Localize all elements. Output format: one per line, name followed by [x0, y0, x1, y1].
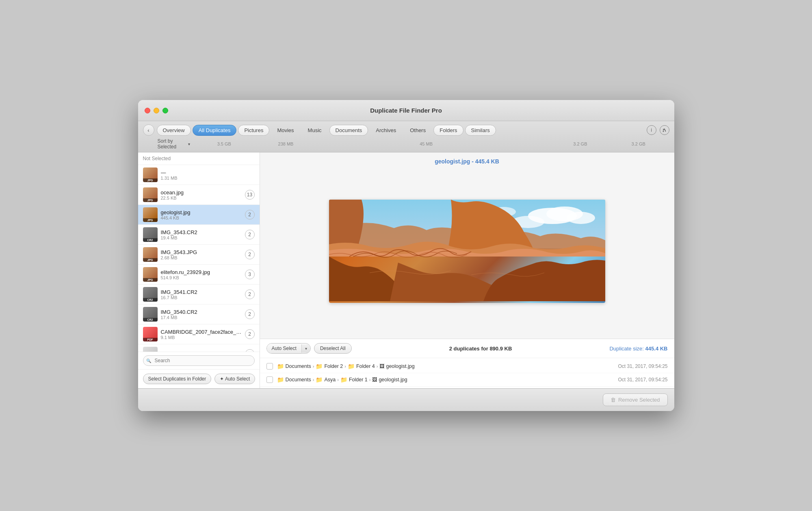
- file-size: 514.9 KB: [161, 275, 242, 280]
- list-item[interactable]: JPG ocean.jpg 22.5 KB 13: [138, 185, 260, 205]
- file-name: ocean.jpg: [161, 189, 242, 196]
- preview-image-area: [260, 169, 674, 339]
- bottom-bar: 🗑 Remove Selected: [138, 388, 674, 411]
- duplicate-badge: 13: [245, 190, 255, 200]
- duplicates-panel: Auto Select ▾ Deselect All 2 duplicates …: [260, 339, 674, 388]
- folder-icon: 📁: [340, 376, 347, 383]
- titlebar: Duplicate File Finder Pro: [138, 100, 674, 121]
- select-duplicates-in-folder-button[interactable]: Select Duplicates in Folder: [143, 374, 212, 384]
- file-info: — 1.31 MB: [161, 170, 255, 180]
- file-size: 19.4 MB: [161, 235, 242, 240]
- file-size: 445.4 KB: [161, 215, 242, 220]
- file-thumbnail: JPG: [143, 267, 158, 282]
- duplicate-row[interactable]: 📁 Documents › 📁 Folder 2 › 📁 Folder 4 › …: [260, 360, 674, 373]
- file-thumbnail: CR2: [143, 227, 158, 242]
- duplicate-size-info: Duplicate size: 445.4 KB: [609, 346, 667, 352]
- file-thumbnail: JPG: [143, 187, 158, 202]
- duplicate-checkbox[interactable]: [266, 376, 273, 383]
- list-item[interactable]: JPG — 1.31 MB: [138, 165, 260, 185]
- tab-music[interactable]: Music: [302, 125, 328, 136]
- auto-select-split-button[interactable]: Auto Select ▾: [266, 343, 311, 354]
- folder-icon: 📁: [316, 363, 323, 370]
- deselect-all-button[interactable]: Deselect All: [314, 343, 352, 354]
- size-similars: 3.2 GB: [608, 141, 669, 146]
- size-archives: [457, 141, 505, 146]
- list-item[interactable]: CR2 IMG_3543.CR2 19.4 MB 2: [138, 225, 260, 245]
- duplicate-date: Oct 31, 2017, 09:54:25: [618, 363, 667, 369]
- tab-archives[interactable]: Archives: [370, 125, 402, 136]
- tab-documents[interactable]: Documents: [329, 125, 368, 136]
- close-button[interactable]: [145, 108, 150, 113]
- folder-icon: 📁: [316, 376, 323, 383]
- path-segment: Documents: [286, 363, 311, 369]
- list-item[interactable]: PDF CAMBRIDGE_2007_face2face_UpperInt...…: [138, 324, 260, 344]
- list-item[interactable]: JPG elitefon.ru_23929.jpg 514.9 KB 3: [138, 265, 260, 285]
- sidebar-header: Not Selected: [138, 152, 260, 165]
- file-size: 1.31 MB: [161, 176, 255, 180]
- duplicate-badge: 2: [245, 329, 255, 339]
- preview-header: geologist.jpg - 445.4 KB: [260, 152, 674, 169]
- file-name: CAMBRIDGE_2007_face2face_UpperInt...: [161, 329, 242, 335]
- size-documents: 45 MB: [395, 141, 457, 146]
- list-item[interactable]: MOBI kitayskoe issledovanie.mobi 2: [138, 344, 260, 352]
- tab-folders[interactable]: Folders: [433, 125, 463, 136]
- toolbar: ‹ Overview All Duplicates Pictures Movie…: [138, 121, 674, 152]
- duplicate-badge: 2: [245, 230, 255, 239]
- tab-bar: Overview All Duplicates Pictures Movies …: [157, 125, 641, 136]
- auto-select-dropdown-arrow[interactable]: ▾: [301, 344, 310, 353]
- auto-select-button[interactable]: ✦ Auto Select: [214, 374, 255, 384]
- duplicate-badge: 2: [245, 309, 255, 319]
- sidebar-footer: Select Duplicates in Folder ✦ Auto Selec…: [138, 369, 260, 388]
- info-icon[interactable]: i: [647, 125, 656, 135]
- size-pictures: 238 MB: [258, 141, 313, 146]
- file-thumbnail: CR2: [143, 287, 158, 302]
- search-input[interactable]: [143, 355, 255, 366]
- duplicate-checkbox[interactable]: [266, 363, 273, 370]
- list-item[interactable]: JPG IMG_3543.JPG 2.68 MB 2: [138, 245, 260, 265]
- list-item[interactable]: JPG geologist.jpg 445.4 KB 2: [138, 205, 260, 225]
- file-size: 16.7 MB: [161, 295, 242, 300]
- path-segment: Folder 2: [324, 363, 343, 369]
- tab-pictures[interactable]: Pictures: [238, 125, 269, 136]
- maximize-button[interactable]: [162, 108, 168, 113]
- file-name: IMG_3543.JPG: [161, 249, 242, 255]
- svg-point-4: [567, 212, 595, 224]
- file-thumbnail: MOBI: [143, 347, 158, 352]
- remove-selected-button[interactable]: 🗑 Remove Selected: [603, 394, 668, 406]
- tab-others[interactable]: Others: [404, 125, 432, 136]
- file-thumbnail: JPG: [143, 247, 158, 262]
- toolbar-top: ‹ Overview All Duplicates Pictures Movie…: [143, 124, 669, 138]
- sort-label[interactable]: Sort by Selected ▾: [158, 138, 190, 150]
- path-segment: Asya: [324, 377, 336, 383]
- folder-path: 📁 Documents › 📁 Asya › 📁 Folder 1 › 🖼: [277, 376, 614, 383]
- tab-overview[interactable]: Overview: [157, 125, 191, 136]
- file-list[interactable]: JPG — 1.31 MB JPG ocean.jpg 22.5 KB: [138, 165, 260, 352]
- folder-path: 📁 Documents › 📁 Folder 2 › 📁 Folder 4 › …: [277, 363, 614, 370]
- tab-similars[interactable]: Similars: [465, 125, 496, 136]
- sidebar-search: [138, 352, 260, 369]
- back-button[interactable]: ‹: [143, 124, 154, 136]
- rss-icon[interactable]: [660, 125, 669, 135]
- file-info: IMG_3541.CR2 16.7 MB: [161, 289, 242, 300]
- file-thumbnail: PDF: [143, 327, 158, 341]
- list-item[interactable]: CR2 IMG_3541.CR2 16.7 MB 2: [138, 285, 260, 304]
- main-content: Not Selected JPG — 1.31 MB JPG: [138, 152, 674, 388]
- list-item[interactable]: CR2 IMG_3540.CR2 17.4 MB 2: [138, 304, 260, 324]
- app-window: Duplicate File Finder Pro ‹ Overview All…: [138, 100, 674, 411]
- sidebar: Not Selected JPG — 1.31 MB JPG: [138, 152, 260, 388]
- file-icon: 🖼: [372, 377, 377, 383]
- tab-movies[interactable]: Movies: [271, 125, 300, 136]
- file-info: IMG_3540.CR2 17.4 MB: [161, 309, 242, 320]
- duplicate-badge: 2: [245, 250, 255, 259]
- file-size: 22.5 KB: [161, 196, 242, 200]
- traffic-lights: [145, 108, 168, 113]
- duplicates-list: 📁 Documents › 📁 Folder 2 › 📁 Folder 4 › …: [260, 358, 674, 388]
- file-size: 9.1 MB: [161, 335, 242, 340]
- file-info: elitefon.ru_23929.jpg 514.9 KB: [161, 269, 242, 280]
- file-size: 2.68 MB: [161, 255, 242, 260]
- tab-all-duplicates[interactable]: All Duplicates: [193, 125, 237, 136]
- auto-select-main[interactable]: Auto Select: [267, 344, 301, 353]
- file-info: CAMBRIDGE_2007_face2face_UpperInt... 9.1…: [161, 329, 242, 340]
- duplicate-row[interactable]: 📁 Documents › 📁 Asya › 📁 Folder 1 › 🖼: [260, 373, 674, 387]
- minimize-button[interactable]: [154, 108, 159, 113]
